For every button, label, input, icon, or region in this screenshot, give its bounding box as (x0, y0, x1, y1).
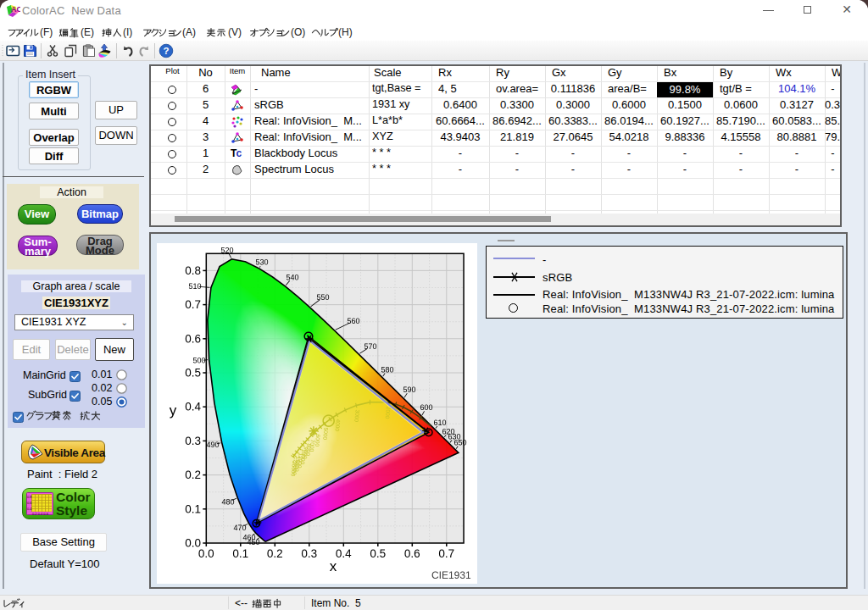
svg-text:0.6: 0.6 (27, 501, 32, 505)
svg-text:AC: AC (11, 5, 20, 14)
svg-text:?: ? (163, 46, 169, 56)
svg-text:0.8: 0.8 (27, 495, 32, 499)
svg-text:0.4: 0.4 (27, 507, 32, 511)
svg-text:0.2 0.4 0.6: 0.2 0.4 0.6 (32, 512, 49, 516)
